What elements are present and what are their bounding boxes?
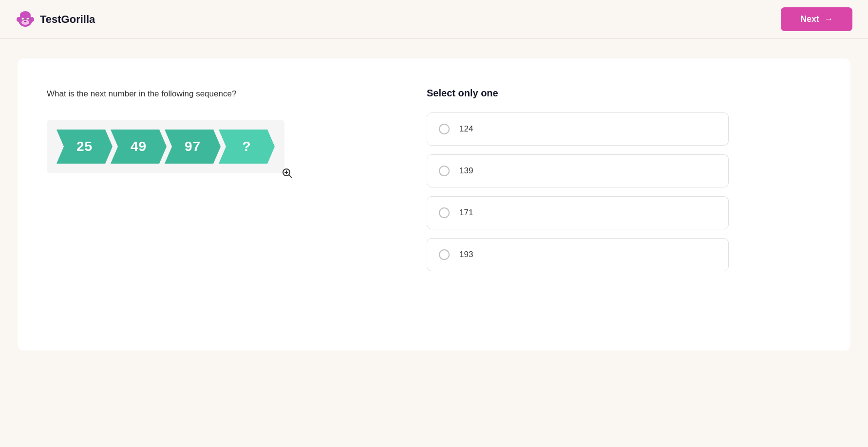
answer-value-4: 193 <box>459 250 473 260</box>
svg-point-2 <box>30 17 34 22</box>
logo-icon <box>16 10 35 29</box>
zoom-icon[interactable] <box>282 168 293 182</box>
sequence-container: 25 49 97 <box>47 120 284 173</box>
next-button-label: Next <box>800 14 819 24</box>
question-side: What is the next number in the following… <box>47 88 388 321</box>
logo-area: TestGorilla <box>16 10 95 29</box>
next-button[interactable]: Next → <box>781 7 852 31</box>
radio-1[interactable] <box>439 124 450 134</box>
question-card: What is the next number in the following… <box>18 58 850 351</box>
svg-line-15 <box>289 175 292 178</box>
svg-point-7 <box>22 19 23 19</box>
svg-point-8 <box>27 19 28 19</box>
radio-4[interactable] <box>439 249 450 260</box>
answer-value-1: 124 <box>459 124 473 134</box>
answers-side: Select only one 124 139 171 193 <box>427 88 729 321</box>
sequence-item-3: 97 <box>165 130 221 164</box>
logo-text: TestGorilla <box>40 13 95 26</box>
sequence-value-2: 49 <box>131 139 147 154</box>
sequence-item-4: ? <box>219 130 275 164</box>
question-text: What is the next number in the following… <box>47 88 388 100</box>
svg-point-9 <box>24 20 27 22</box>
svg-point-3 <box>20 11 31 19</box>
sequence-item-2: 49 <box>111 130 167 164</box>
answer-option-3[interactable]: 171 <box>427 196 729 229</box>
radio-3[interactable] <box>439 207 450 218</box>
answer-option-4[interactable]: 193 <box>427 238 729 271</box>
sequence-item-1: 25 <box>57 130 113 164</box>
answer-option-2[interactable]: 139 <box>427 154 729 187</box>
main-content: What is the next number in the following… <box>0 39 868 370</box>
next-arrow-icon: → <box>824 14 833 24</box>
select-only-one-label: Select only one <box>427 88 729 99</box>
answer-value-2: 139 <box>459 166 473 176</box>
app-header: TestGorilla Next → <box>0 0 868 39</box>
answer-value-3: 171 <box>459 208 473 218</box>
sequence-value-4: ? <box>242 139 251 154</box>
svg-point-1 <box>17 17 20 22</box>
answer-option-1[interactable]: 124 <box>427 112 729 146</box>
sequence-value-3: 97 <box>185 139 201 154</box>
radio-2[interactable] <box>439 166 450 176</box>
sequence-value-1: 25 <box>76 139 93 154</box>
